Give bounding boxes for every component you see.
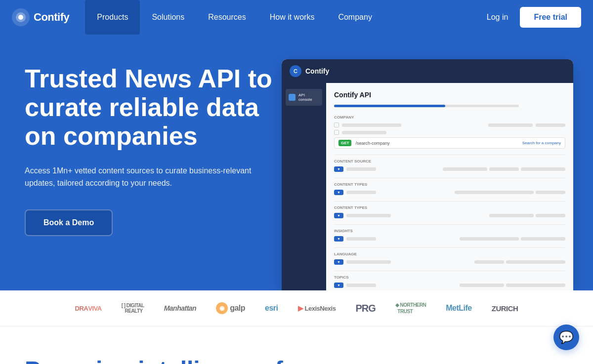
field-lines-ct2 bbox=[346, 214, 565, 217]
mockup-header: C Contify bbox=[282, 59, 573, 83]
fl-3 bbox=[489, 167, 519, 171]
mockup-insights-label: Insights bbox=[334, 229, 565, 233]
divider-5 bbox=[334, 247, 565, 248]
fl-2 bbox=[443, 167, 487, 171]
navigation: Contify Products Solutions Resources How… bbox=[0, 0, 593, 35]
hero-visual: C Contify API console Contify API bbox=[282, 54, 573, 290]
blue-badge-ct2: ▼ bbox=[334, 213, 343, 218]
hero-section: Trusted News API to curate reliable data… bbox=[0, 35, 593, 290]
fl-4 bbox=[521, 167, 565, 171]
login-link[interactable]: Log in bbox=[487, 13, 508, 22]
chat-button[interactable]: 💬 bbox=[553, 324, 579, 350]
lang-l2 bbox=[474, 260, 504, 264]
nav-company[interactable]: Company bbox=[326, 0, 383, 35]
blue-badge-lang: ▼ bbox=[334, 259, 343, 265]
bottom-title-part1: Powering intelligence for bbox=[25, 357, 307, 364]
field-lines-ct1 bbox=[346, 191, 565, 194]
line-2 bbox=[488, 123, 533, 127]
logo[interactable]: Contify bbox=[12, 8, 69, 26]
hero-content: Trusted News API to curate reliable data… bbox=[25, 54, 282, 266]
i-l2 bbox=[460, 237, 519, 241]
galp-icon: ◉ bbox=[216, 302, 228, 314]
logo-metlife: MetLife bbox=[446, 300, 472, 316]
bottom-title: Powering intelligence for News API needs bbox=[25, 356, 371, 364]
logo-dra-viva: DRAVIVA bbox=[75, 300, 102, 316]
bottom-section: Powering intelligence for News API needs bbox=[0, 326, 593, 364]
mockup-progress-fill bbox=[334, 105, 445, 107]
mockup-logo: C Contify bbox=[290, 65, 329, 77]
field-lines-insights bbox=[346, 237, 565, 241]
mockup-logo-icon: C bbox=[290, 65, 301, 77]
i-l1 bbox=[346, 237, 376, 241]
logo-digital-realty: [ ] DIGITAL REALTY bbox=[122, 300, 144, 316]
ct1-l3 bbox=[536, 191, 565, 194]
mockup-content-source-section: Content Source ▼ bbox=[334, 159, 565, 172]
divider-2 bbox=[334, 178, 565, 178]
mockup-sidebar-api-console[interactable]: API console bbox=[286, 89, 322, 106]
t-l2 bbox=[460, 283, 504, 287]
ct2-l1 bbox=[346, 214, 391, 217]
line-4 bbox=[342, 131, 386, 134]
logo-lexisnexis: ▶ LexisNexis bbox=[298, 300, 336, 316]
field-row-insights: ▼ bbox=[334, 236, 565, 242]
divider-3 bbox=[334, 201, 565, 202]
chat-icon: 💬 bbox=[559, 330, 574, 344]
checkbox-1 bbox=[334, 122, 339, 127]
logo-northern-trust: ◆ NORTHERN TRUST bbox=[395, 300, 426, 316]
ct1-l1 bbox=[346, 191, 376, 194]
mockup-row-1 bbox=[334, 122, 565, 127]
logo-metlife-text: MetLife bbox=[446, 300, 472, 316]
lang-l3 bbox=[506, 260, 565, 264]
get-badge: GET bbox=[339, 140, 351, 146]
mockup-company-section: Company GET /sear bbox=[334, 115, 565, 149]
logo-galp-text: galp bbox=[230, 300, 245, 316]
mockup-row-2 bbox=[334, 130, 565, 135]
field-row-lang: ▼ bbox=[334, 259, 565, 265]
checkbox-2 bbox=[334, 130, 339, 135]
book-demo-button[interactable]: Book a Demo bbox=[25, 209, 113, 236]
lexisnexis-icon: ▶ bbox=[298, 300, 303, 316]
t-l1 bbox=[346, 283, 376, 287]
hero-title: Trusted News API to curate reliable data… bbox=[25, 64, 282, 151]
mockup-main-panel: Contify API Company bbox=[326, 83, 573, 290]
mockup-content-types-2-label: Content Types bbox=[334, 205, 565, 210]
logo-manhattan: Manhattan bbox=[164, 300, 197, 316]
blue-badge-ct1: ▼ bbox=[334, 190, 343, 195]
logo-northern-trust-text: ◆ NORTHERN TRUST bbox=[395, 300, 426, 316]
line-1 bbox=[342, 123, 401, 127]
api-mockup: C Contify API console Contify API bbox=[282, 59, 573, 290]
logo-galp: ◉ galp bbox=[216, 300, 245, 316]
logo-lexisnexis-text: LexisNexis bbox=[305, 300, 336, 316]
nav-resources[interactable]: Resources bbox=[196, 0, 257, 35]
fl-1 bbox=[346, 167, 376, 171]
mockup-progress-bar bbox=[334, 105, 519, 107]
mockup-api-title: Contify API bbox=[334, 91, 565, 99]
blue-badge-insights: ▼ bbox=[334, 236, 343, 242]
field-lines-lang bbox=[346, 260, 565, 264]
mockup-topics-section: Topics ▼ bbox=[334, 275, 565, 288]
nav-links: Products Solutions Resources How it work… bbox=[85, 0, 487, 35]
field-lines-topics bbox=[346, 283, 565, 287]
field-row-topics: ▼ bbox=[334, 283, 565, 288]
divider-4 bbox=[334, 224, 565, 225]
mockup-content-source-label: Content Source bbox=[334, 159, 565, 163]
svg-point-2 bbox=[18, 15, 23, 20]
field-row-ct1: ▼ bbox=[334, 190, 565, 195]
nav-how-it-works[interactable]: How it works bbox=[258, 0, 327, 35]
blue-badge-topics: ▼ bbox=[334, 283, 343, 288]
mockup-body: API console Contify API Company bbox=[282, 83, 573, 290]
mockup-insights-section: Insights ▼ bbox=[334, 229, 565, 242]
nav-solutions[interactable]: Solutions bbox=[140, 0, 196, 35]
sidebar-dot-icon bbox=[289, 94, 296, 101]
search-label: Search for a company bbox=[522, 141, 561, 145]
endpoint-text: /search-company bbox=[355, 141, 518, 146]
mockup-logo-text: Contify bbox=[305, 67, 329, 75]
logo-zurich: ZURICH bbox=[492, 300, 518, 316]
nav-right: Log in Free trial bbox=[487, 7, 581, 28]
free-trial-button[interactable]: Free trial bbox=[520, 7, 581, 28]
lang-l1 bbox=[346, 260, 391, 264]
nav-products[interactable]: Products bbox=[85, 0, 140, 35]
logo-esri-text: esri bbox=[265, 300, 278, 316]
field-lines-1 bbox=[346, 167, 565, 171]
hero-subtitle: Access 1Mn+ vetted content sources to cu… bbox=[25, 164, 262, 190]
